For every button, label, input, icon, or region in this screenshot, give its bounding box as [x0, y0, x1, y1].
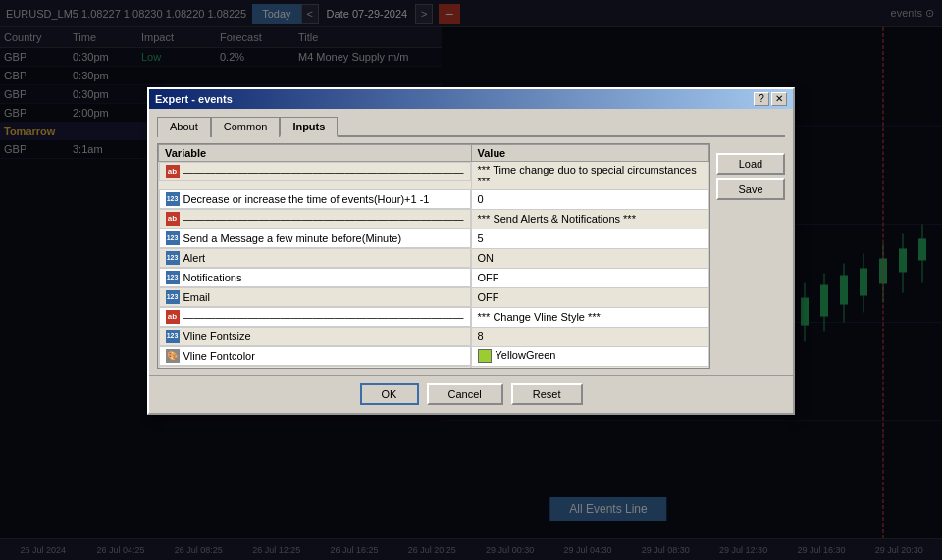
color-swatch-9 — [478, 349, 492, 363]
variable-text-4: Alert — [183, 252, 206, 264]
variable-table: Variable Value ab———————————————————————… — [158, 144, 709, 369]
variable-text-1: Decrease or increase the time of events(… — [183, 193, 430, 205]
variable-text-0: —————————————————————————— — [183, 166, 464, 178]
var-icon-1: 123 — [166, 192, 180, 206]
table-row-10: 🎨Vline ColorRed — [159, 366, 709, 369]
tab-about[interactable]: About — [157, 117, 211, 137]
col-value: Value — [471, 144, 709, 161]
variable-cell-5: 123Notifications — [159, 268, 471, 287]
variable-cell-9: 🎨Vline Fontcolor — [159, 346, 471, 366]
variable-cell-3: 123Send a Message a few minute before(Mi… — [159, 229, 471, 248]
var-icon-4: 123 — [166, 251, 180, 265]
variable-cell-4: 123Alert — [159, 248, 471, 268]
var-icon-7: ab — [166, 310, 180, 324]
variable-cell-6: 123Email — [159, 287, 471, 307]
modal-overlay: Expert - events ? ✕ About Common Inputs — [0, 0, 942, 560]
var-icon-5: 123 — [166, 271, 180, 284]
value-cell-9: YellowGreen — [471, 346, 709, 366]
modal-body: About Common Inputs Variable Value — [149, 109, 793, 375]
modal-title-buttons: ? ✕ — [754, 92, 787, 106]
table-row-8: 123Vline Fontsize8 — [159, 327, 709, 346]
variable-text-7: —————————————————————————— — [183, 311, 464, 323]
tab-common[interactable]: Common — [211, 117, 281, 137]
table-row-1: 123Decrease or increase the time of even… — [159, 189, 709, 209]
load-button[interactable]: Load — [716, 153, 785, 175]
variable-cell-10: 🎨Vline Color — [159, 366, 471, 369]
reset-button[interactable]: Reset — [511, 383, 583, 405]
variable-text-9: Vline Fontcolor — [183, 350, 255, 362]
modal-dialog: Expert - events ? ✕ About Common Inputs — [147, 87, 795, 415]
save-button[interactable]: Save — [716, 178, 785, 200]
table-row-0: ab——————————————————————————*** Time cha… — [159, 161, 709, 189]
value-cell-7: *** Change Vline Style *** — [471, 307, 709, 327]
value-cell-6: OFF — [471, 287, 709, 307]
var-icon-2: ab — [166, 212, 180, 226]
modal-titlebar: Expert - events ? ✕ — [149, 89, 793, 109]
table-row-4: 123AlertON — [159, 248, 709, 268]
modal-help-button[interactable]: ? — [754, 92, 769, 106]
modal-tabs: About Common Inputs — [157, 115, 785, 137]
modal-title: Expert - events — [155, 93, 233, 105]
table-row-6: 123EmailOFF — [159, 287, 709, 307]
table-row-2: ab——————————————————————————*** Send Ale… — [159, 209, 709, 229]
table-row-3: 123Send a Message a few minute before(Mi… — [159, 229, 709, 248]
variable-text-6: Email — [183, 291, 211, 303]
table-row-9: 🎨Vline FontcolorYellowGreen — [159, 346, 709, 366]
table-row-5: 123NotificationsOFF — [159, 268, 709, 287]
table-section: Variable Value ab———————————————————————… — [157, 143, 785, 369]
var-icon-6: 123 — [166, 290, 180, 304]
modal-close-button[interactable]: ✕ — [771, 92, 787, 106]
variable-cell-2: ab—————————————————————————— — [159, 209, 471, 229]
variable-text-5: Notifications — [183, 272, 242, 283]
right-buttons: Load Save — [716, 143, 785, 369]
var-icon-9: 🎨 — [166, 349, 180, 363]
variable-cell-1: 123Decrease or increase the time of even… — [159, 189, 471, 209]
variable-text-3: Send a Message a few minute before(Minut… — [183, 232, 402, 244]
variable-table-container[interactable]: Variable Value ab———————————————————————… — [157, 143, 710, 369]
variable-text-8: Vline Fontsize — [183, 331, 251, 342]
var-icon-0: ab — [166, 165, 180, 178]
col-variable: Variable — [159, 144, 472, 161]
value-cell-3: 5 — [471, 229, 709, 248]
value-cell-4: ON — [471, 248, 709, 268]
value-cell-8: 8 — [471, 327, 709, 346]
value-cell-5: OFF — [471, 268, 709, 287]
var-icon-3: 123 — [166, 231, 180, 245]
value-cell-1: 0 — [471, 189, 709, 209]
variable-cell-8: 123Vline Fontsize — [159, 327, 471, 346]
cancel-button[interactable]: Cancel — [427, 383, 503, 405]
value-cell-10: Red — [471, 366, 709, 369]
modal-footer: OK Cancel Reset — [149, 375, 793, 413]
ok-button[interactable]: OK — [360, 383, 419, 405]
var-icon-8: 123 — [166, 330, 180, 343]
value-cell-0: *** Time change duo to special circumsta… — [471, 161, 709, 189]
variable-cell-0: ab—————————————————————————— — [159, 162, 471, 181]
value-cell-2: *** Send Alerts & Notifications *** — [471, 209, 709, 229]
variable-cell-7: ab—————————————————————————— — [159, 307, 471, 327]
tab-inputs[interactable]: Inputs — [280, 117, 338, 137]
table-row-7: ab——————————————————————————*** Change V… — [159, 307, 709, 327]
variable-text-2: —————————————————————————— — [183, 213, 464, 225]
